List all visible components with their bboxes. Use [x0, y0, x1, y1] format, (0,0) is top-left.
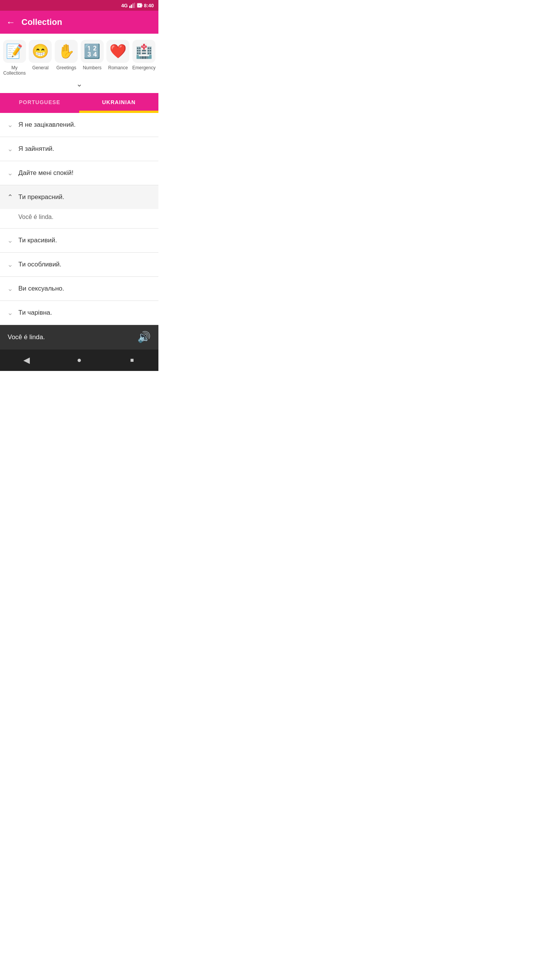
- svg-rect-0: [129, 6, 130, 8]
- category-label-general: General: [32, 65, 49, 70]
- bottom-player: Você é linda. 🔊: [0, 325, 158, 350]
- category-icon-general: 😁: [29, 40, 52, 63]
- phrase-text-2: Я зайнятий.: [18, 145, 54, 153]
- time-display: 8:40: [144, 3, 154, 8]
- nav-recents-button[interactable]: ■: [124, 353, 140, 368]
- app-bar-title: Collection: [21, 17, 62, 27]
- category-label-romance: Romance: [108, 65, 128, 70]
- category-icon-numbers: 🔢: [81, 40, 104, 63]
- battery-icon: +: [137, 3, 142, 8]
- svg-text:+: +: [139, 4, 140, 7]
- phrase-main-row-8[interactable]: ⌄Ти чарівна.: [0, 301, 158, 325]
- phrase-item-2: ⌄Я зайнятий.: [0, 137, 158, 161]
- phrase-translation-4: Você é linda.: [0, 209, 158, 228]
- phrase-chevron-1: ⌄: [6, 121, 14, 129]
- status-bar: 4G + 8:40: [0, 0, 158, 11]
- app-bar: ← Collection: [0, 11, 158, 34]
- phrase-chevron-4: ⌃: [6, 193, 14, 201]
- category-icon-greetings: ✋: [55, 40, 78, 63]
- expand-categories-button[interactable]: ⌄: [76, 79, 83, 88]
- category-icon-emergency: 🏥: [132, 40, 155, 63]
- phrase-item-1: ⌄Я не зацікавлений.: [0, 113, 158, 137]
- status-icons: 4G + 8:40: [121, 3, 154, 8]
- svg-rect-5: [142, 5, 142, 7]
- tab-portuguese[interactable]: PORTUGUESE: [0, 93, 79, 113]
- phrase-main-row-6[interactable]: ⌄Ти особливий.: [0, 253, 158, 276]
- phrase-item-5: ⌄Ти красивий.: [0, 229, 158, 253]
- phrase-chevron-6: ⌄: [6, 260, 14, 269]
- category-label-my-collections: My Collections: [2, 65, 27, 76]
- signal-indicator: 4G: [121, 3, 128, 8]
- speaker-button[interactable]: 🔊: [137, 331, 151, 343]
- svg-rect-1: [131, 5, 132, 8]
- player-phrase-text: Você é linda.: [8, 333, 45, 341]
- phrase-main-row-4[interactable]: ⌃Ти прекрасний.: [0, 185, 158, 209]
- phrase-main-row-2[interactable]: ⌄Я зайнятий.: [0, 137, 158, 161]
- phrase-item-6: ⌄Ти особливий.: [0, 253, 158, 277]
- category-row: 📝My Collections😁General✋Greetings🔢Number…: [0, 34, 158, 93]
- phrase-main-row-1[interactable]: ⌄Я не зацікавлений.: [0, 113, 158, 137]
- category-item-general[interactable]: 😁General: [28, 40, 53, 76]
- nav-home-icon: ●: [77, 356, 82, 364]
- signal-bars-icon: [129, 3, 135, 8]
- phrase-main-row-5[interactable]: ⌄Ти красивий.: [0, 229, 158, 252]
- phrase-list: ⌄Я не зацікавлений.⌄Я зайнятий.⌄Дайте ме…: [0, 113, 158, 325]
- category-label-greetings: Greetings: [56, 65, 76, 70]
- category-items: 📝My Collections😁General✋Greetings🔢Number…: [0, 40, 158, 76]
- category-label-numbers: Numbers: [83, 65, 101, 70]
- phrase-text-8: Ти чарівна.: [18, 309, 52, 317]
- phrase-item-7: ⌄Ви сексуально.: [0, 277, 158, 301]
- category-icon-romance: ❤️: [106, 40, 129, 63]
- phrase-text-5: Ти красивий.: [18, 237, 57, 244]
- phrase-item-3: ⌄Дайте мені спокій!: [0, 161, 158, 185]
- nav-bar: ◀ ● ■: [0, 350, 158, 371]
- tab-active-indicator: [79, 111, 158, 112]
- category-item-romance[interactable]: ❤️Romance: [106, 40, 130, 76]
- language-tabs: PORTUGUESE UKRAINIAN: [0, 93, 158, 113]
- tab-ukrainian[interactable]: UKRAINIAN: [79, 93, 158, 113]
- nav-back-button[interactable]: ◀: [19, 353, 34, 368]
- category-item-numbers[interactable]: 🔢Numbers: [80, 40, 104, 76]
- phrase-text-4: Ти прекрасний.: [18, 193, 64, 201]
- category-item-my-collections[interactable]: 📝My Collections: [2, 40, 27, 76]
- svg-rect-2: [132, 3, 134, 8]
- phrase-text-6: Ти особливий.: [18, 261, 62, 268]
- phrase-chevron-3: ⌄: [6, 169, 14, 177]
- nav-home-button[interactable]: ●: [72, 353, 87, 368]
- phrase-main-row-7[interactable]: ⌄Ви сексуально.: [0, 277, 158, 301]
- phrase-text-7: Ви сексуально.: [18, 285, 64, 292]
- phrase-chevron-7: ⌄: [6, 284, 14, 293]
- category-item-emergency[interactable]: 🏥Emergency: [132, 40, 156, 76]
- category-icon-my-collections: 📝: [3, 40, 26, 63]
- back-button[interactable]: ←: [6, 17, 15, 28]
- category-item-greetings[interactable]: ✋Greetings: [54, 40, 79, 76]
- nav-recents-icon: ■: [130, 357, 134, 364]
- phrase-main-row-3[interactable]: ⌄Дайте мені спокій!: [0, 161, 158, 185]
- phrase-item-8: ⌄Ти чарівна.: [0, 301, 158, 325]
- phrase-chevron-5: ⌄: [6, 236, 14, 245]
- phrase-text-1: Я не зацікавлений.: [18, 121, 76, 129]
- phrase-text-3: Дайте мені спокій!: [18, 169, 73, 177]
- category-label-emergency: Emergency: [132, 65, 156, 70]
- phrase-chevron-2: ⌄: [6, 145, 14, 153]
- nav-back-icon: ◀: [23, 355, 30, 365]
- svg-rect-3: [134, 3, 135, 8]
- phrase-chevron-8: ⌄: [6, 309, 14, 317]
- phrase-item-4: ⌃Ти прекрасний.Você é linda.: [0, 185, 158, 229]
